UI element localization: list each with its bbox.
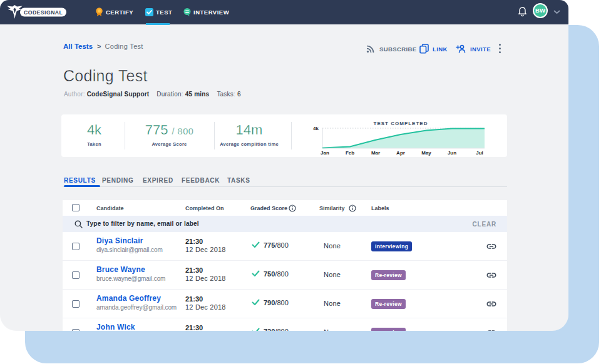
svg-text:4k: 4k bbox=[313, 126, 319, 131]
svg-text:May: May bbox=[421, 150, 431, 156]
svg-text:Feb: Feb bbox=[346, 150, 354, 156]
svg-text:Mar: Mar bbox=[371, 150, 380, 156]
svg-text:Apr: Apr bbox=[396, 150, 405, 156]
svg-text:Jan: Jan bbox=[321, 150, 329, 156]
svg-text:CODESIGNAL: CODESIGNAL bbox=[24, 9, 63, 16]
svg-text:Jun: Jun bbox=[448, 150, 456, 156]
svg-text:Jul: Jul bbox=[476, 150, 483, 156]
svg-text:TEST COMPLETED: TEST COMPLETED bbox=[374, 121, 428, 126]
